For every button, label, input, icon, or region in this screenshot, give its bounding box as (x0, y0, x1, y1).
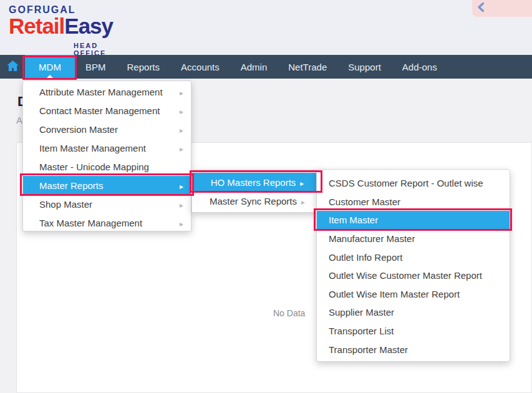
menu-item-label: Shop Master (39, 199, 92, 210)
ho-masters-reports-submenu: CSDS Customer Report - Outlet wise Custo… (316, 169, 510, 362)
menu-item-label: Outlet Wise Customer Master Report (329, 270, 482, 281)
menu-item-label: Outlet Info Report (329, 252, 402, 263)
menu-item-label: Supplier Master (329, 307, 394, 318)
nav-item-label: Admin (241, 62, 268, 72)
menu-item-transporter-list[interactable]: Transporter List (317, 322, 510, 341)
submenu-arrow-icon (180, 124, 183, 135)
submenu-arrow-icon (180, 218, 183, 228)
nav-item-nettrade[interactable]: NetTrade (278, 55, 337, 79)
app-window: GOFRUGAL RetailEasy HEAD OFFICE MDM BPM … (0, 0, 532, 393)
menu-item-master-sync-reports[interactable]: Master Sync Reports (192, 192, 322, 210)
home-icon (7, 61, 19, 73)
submenu-arrow-icon (180, 105, 183, 116)
menu-item-label: Attribute Master Management (39, 87, 163, 97)
menu-item-label: Master Reports (39, 180, 104, 191)
menu-item-customer-master[interactable]: Customer Master (317, 193, 510, 211)
nav-item-mdm[interactable]: MDM (25, 55, 75, 79)
master-reports-submenu: HO Masters Reports Master Sync Reports (191, 170, 323, 213)
menu-item-label: Master - Unicode Mapping (39, 162, 149, 172)
submenu-arrow-icon (180, 180, 183, 191)
menu-item-label: Outlet Wise Item Master Report (329, 289, 460, 299)
menu-item-label: Item Master Management (39, 143, 146, 153)
nav-item-reports[interactable]: Reports (117, 55, 171, 79)
menu-item-outlet-info-report[interactable]: Outlet Info Report (317, 248, 510, 266)
nav-item-bpm[interactable]: BPM (75, 55, 117, 79)
nav-item-label: Support (348, 62, 381, 72)
header: GOFRUGAL RetailEasy HEAD OFFICE (0, 0, 532, 55)
nav-item-label: Accounts (181, 62, 220, 72)
submenu-arrow-icon (300, 177, 304, 188)
submenu-arrow-icon (180, 199, 183, 210)
logo-product-part2: Easy (64, 14, 113, 38)
logo-product-part1: Retail (9, 14, 64, 38)
menu-item-outlet-wise-customer-master-report[interactable]: Outlet Wise Customer Master Report (317, 266, 510, 285)
submenu-arrow-icon (301, 196, 305, 206)
nav-item-admin[interactable]: Admin (230, 55, 278, 79)
menu-item-label: Transporter List (329, 326, 394, 336)
menu-item-item-master[interactable]: Item Master (317, 211, 510, 230)
menu-item-ho-masters-reports[interactable]: HO Masters Reports (192, 173, 322, 192)
menu-item-label: Item Master (329, 215, 378, 225)
menu-item-manufacturer-master[interactable]: Manufacturer Master (317, 230, 510, 248)
nav-item-label: BPM (85, 62, 106, 72)
menu-item-item-master-management[interactable]: Item Master Management (23, 138, 191, 157)
nav-item-support[interactable]: Support (337, 55, 392, 79)
menu-item-shop-master[interactable]: Shop Master (23, 195, 191, 213)
logo-product-text: RetailEasy (9, 16, 113, 37)
chevron-left-icon (477, 2, 484, 14)
menu-item-label: Contact Master Management (39, 105, 160, 116)
menu-item-label: Customer Master (329, 196, 400, 207)
submenu-arrow-icon (180, 87, 183, 97)
menu-item-master-unicode-mapping[interactable]: Master - Unicode Mapping (23, 157, 191, 176)
menu-item-tax-master-management[interactable]: Tax Master Management (23, 213, 191, 232)
nav-item-label: Add-ons (402, 62, 437, 72)
menu-item-conversion-master[interactable]: Conversion Master (23, 120, 191, 138)
nav-item-addons[interactable]: Add-ons (392, 55, 448, 79)
menu-item-contact-master-management[interactable]: Contact Master Management (23, 101, 191, 120)
nav-item-accounts[interactable]: Accounts (170, 55, 230, 79)
menu-item-label: Manufacturer Master (329, 233, 415, 244)
nav-item-label: NetTrade (288, 62, 327, 72)
nav-item-label: MDM (39, 62, 61, 72)
menu-item-label: Transporter Master (329, 344, 408, 355)
menu-item-label: Master Sync Reports (210, 196, 297, 206)
menu-item-label: Tax Master Management (39, 218, 142, 228)
empty-state-text: No Data (273, 308, 305, 318)
menu-item-supplier-master[interactable]: Supplier Master (317, 303, 510, 322)
menu-item-transporter-master[interactable]: Transporter Master (317, 340, 510, 359)
submenu-arrow-icon (180, 143, 183, 153)
home-button[interactable] (0, 55, 25, 79)
menu-item-outlet-wise-item-master-report[interactable]: Outlet Wise Item Master Report (317, 285, 510, 304)
brand-logo: GOFRUGAL RetailEasy HEAD OFFICE (9, 4, 113, 37)
nav-item-label: Reports (127, 62, 160, 72)
menu-item-label: HO Masters Reports (211, 177, 296, 188)
menu-item-label: CSDS Customer Report - Outlet wise (329, 178, 483, 188)
menu-item-attribute-master-management[interactable]: Attribute Master Management (23, 82, 191, 101)
breadcrumb-fragment: A (16, 115, 22, 125)
mdm-dropdown-menu: Attribute Master Management Contact Mast… (22, 80, 191, 231)
collapse-panel-button[interactable] (472, 0, 532, 17)
menu-item-csds-customer-report[interactable]: CSDS Customer Report - Outlet wise (317, 174, 510, 193)
main-navbar: MDM BPM Reports Accounts Admin NetTrade … (0, 55, 532, 79)
menu-item-master-reports[interactable]: Master Reports (23, 176, 191, 195)
caret-up-icon (46, 75, 54, 79)
menu-item-label: Conversion Master (39, 124, 118, 135)
